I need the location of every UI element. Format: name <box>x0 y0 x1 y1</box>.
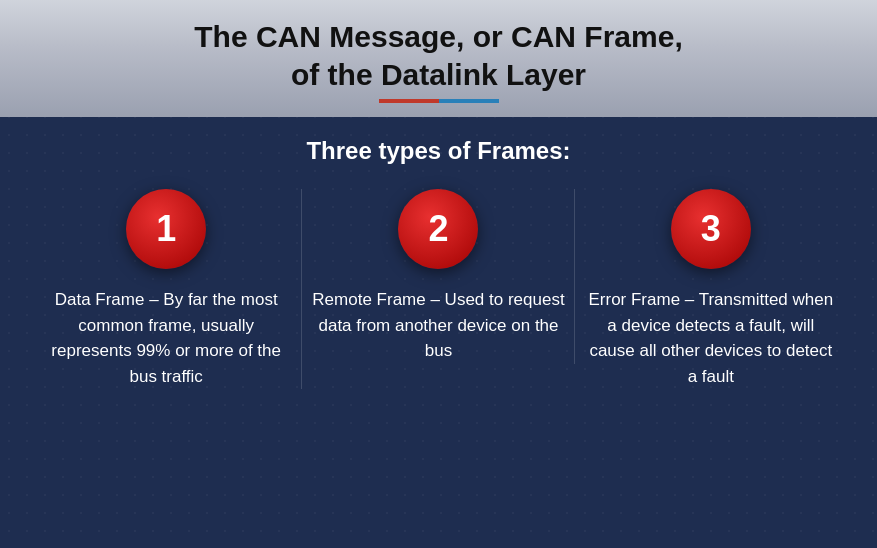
number-circle-1: 1 <box>126 189 206 269</box>
subtitle: Three types of Frames: <box>306 137 570 165</box>
header: The CAN Message, or CAN Frame, of the Da… <box>0 0 877 117</box>
frame-description-3: Error Frame – Transmitted when a device … <box>585 287 837 389</box>
number-3: 3 <box>701 208 721 250</box>
main-container: The CAN Message, or CAN Frame, of the Da… <box>0 0 877 548</box>
frame-col-3: 3 Error Frame – Transmitted when a devic… <box>575 189 847 389</box>
header-title-line2: of the Datalink Layer <box>291 58 586 91</box>
frame-col-2: 2 Remote Frame – Used to request data fr… <box>302 189 574 364</box>
frame-description-2: Remote Frame – Used to request data from… <box>312 287 564 364</box>
header-underline <box>20 99 857 103</box>
number-circle-3: 3 <box>671 189 751 269</box>
content-area: Three types of Frames: 1 Data Frame – By… <box>0 117 877 548</box>
frames-row: 1 Data Frame – By far the most common fr… <box>30 189 847 528</box>
underline-red <box>379 99 439 103</box>
number-2: 2 <box>428 208 448 250</box>
header-title-line1: The CAN Message, or CAN Frame, <box>194 20 682 53</box>
number-1: 1 <box>156 208 176 250</box>
frame-description-1: Data Frame – By far the most common fram… <box>40 287 292 389</box>
frame-col-1: 1 Data Frame – By far the most common fr… <box>30 189 302 389</box>
header-title: The CAN Message, or CAN Frame, of the Da… <box>20 18 857 93</box>
underline-blue <box>439 99 499 103</box>
number-circle-2: 2 <box>398 189 478 269</box>
